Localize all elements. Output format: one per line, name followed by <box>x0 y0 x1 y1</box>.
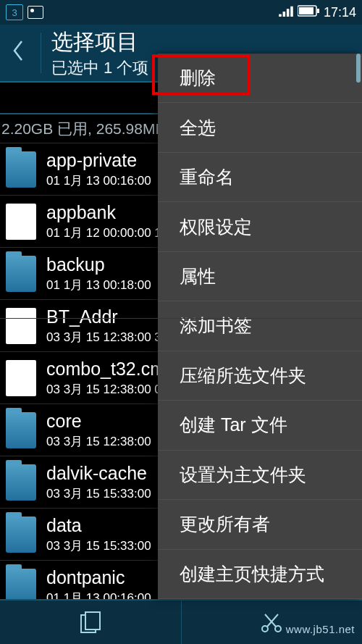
folder-icon <box>6 517 36 553</box>
context-menu: 删除全选重命名权限设定属性添加书签压缩所选文件夹创建 Tar 文件设置为主文件夹… <box>158 54 362 599</box>
file-name: data <box>46 515 151 536</box>
file-meta: 03 3月 15 15:33:00 <box>46 538 151 554</box>
svg-rect-4 <box>85 612 100 630</box>
file-meta: 01 1月 13 00:16:00 <box>46 172 151 189</box>
menu-item[interactable]: 全选 <box>158 103 362 152</box>
gallery-icon <box>28 6 43 19</box>
file-icon <box>6 360 36 396</box>
notification-badge-icon: 3 <box>6 4 23 20</box>
menu-item[interactable]: 重命名 <box>158 153 362 202</box>
menu-item[interactable]: 删除 <box>158 54 362 103</box>
file-meta: 01 1月 12 00:00:00 1 <box>46 225 161 241</box>
menu-item[interactable]: 属性 <box>158 252 362 301</box>
folder-icon <box>6 412 36 448</box>
file-name: BT_Addr <box>46 306 161 327</box>
clock-text: 17:14 <box>324 5 356 20</box>
file-name: app-private <box>46 150 151 171</box>
bottom-bar <box>0 599 362 644</box>
file-meta: 01 1月 13 00:18:00 <box>46 277 151 293</box>
file-meta: 03 3月 15 12:38:00 3 <box>46 329 161 346</box>
svg-rect-1 <box>299 7 313 14</box>
file-icon <box>6 204 36 240</box>
svg-point-6 <box>275 626 281 632</box>
file-name: appbank <box>46 202 161 223</box>
menu-item[interactable]: 压缩所选文件夹 <box>158 351 362 401</box>
file-meta: 03 3月 15 12:38:00 0 <box>46 381 165 398</box>
svg-point-5 <box>262 626 268 632</box>
menu-item[interactable]: 权限设定 <box>158 202 362 251</box>
file-name: backup <box>46 254 151 275</box>
status-bar: 3 17:14 <box>0 0 362 25</box>
signal-icon <box>279 5 293 20</box>
header-divider <box>41 33 41 73</box>
menu-item[interactable]: 创建主页快捷方式 <box>158 550 362 599</box>
menu-item[interactable]: 创建 Tar 文件 <box>158 401 362 450</box>
file-name: dontpanic <box>46 567 151 588</box>
scrollbar-handle[interactable] <box>356 54 361 83</box>
page-title: 选择项目 <box>51 28 148 57</box>
menu-item[interactable]: 设置为主文件夹 <box>158 451 362 500</box>
file-meta: 03 3月 15 15:33:00 <box>46 485 151 502</box>
file-icon <box>6 308 36 344</box>
battery-icon <box>298 5 319 20</box>
svg-rect-2 <box>317 9 319 13</box>
file-meta: 03 3月 15 12:38:00 <box>46 433 151 450</box>
folder-icon <box>6 151 36 188</box>
cut-button[interactable] <box>182 601 363 644</box>
file-name: core <box>46 411 151 432</box>
folder-icon <box>6 256 36 292</box>
file-name: combo_t32.cm <box>46 359 165 380</box>
menu-item[interactable]: 更改所有者 <box>158 500 362 549</box>
folder-icon <box>6 464 36 501</box>
menu-item[interactable]: 添加书签 <box>158 301 362 351</box>
back-chevron-icon[interactable] <box>7 38 30 68</box>
selection-count: 已选中 1 个项 <box>51 57 148 79</box>
file-name: dalvik-cache <box>46 463 151 484</box>
copy-button[interactable] <box>0 601 182 644</box>
